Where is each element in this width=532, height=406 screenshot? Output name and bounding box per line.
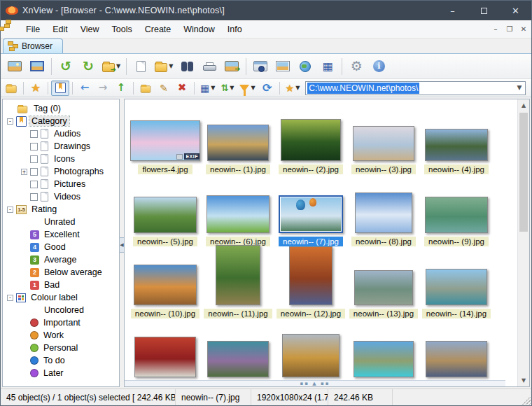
thumbnail-image[interactable]	[134, 337, 196, 377]
address-bar[interactable]: C:\www.NEOWIN.net\photos\ ▼	[305, 81, 526, 95]
minimize-button[interactable]: –	[437, 1, 468, 20]
category-checkbox[interactable]	[30, 155, 38, 163]
category-checkbox[interactable]	[30, 181, 38, 188]
menu-edit[interactable]: Edit	[46, 22, 74, 37]
collapse-icon[interactable]: -	[7, 118, 13, 125]
category-toggle[interactable]	[51, 80, 69, 96]
new-folder-button[interactable]	[136, 80, 155, 96]
resize-grip[interactable]	[522, 396, 531, 405]
print-button[interactable]	[198, 56, 220, 77]
category-checkbox[interactable]	[30, 130, 38, 138]
thumbnail-filename[interactable]: flowers-4.jpg	[138, 164, 192, 174]
address-dropdown-caret[interactable]: ▼	[514, 85, 525, 91]
category-checkbox[interactable]	[30, 143, 38, 150]
thumbnail-image[interactable]	[207, 125, 269, 161]
fullscreen-button[interactable]	[26, 56, 48, 77]
tree-item-rating[interactable]: -1-5Rating	[3, 203, 119, 216]
thumbnail-filename[interactable]: neowin-- (1).jpg	[206, 164, 270, 174]
thumbnail-filename[interactable]: neowin-- (3).jpg	[351, 164, 416, 174]
up-button[interactable]: ↑	[112, 80, 130, 96]
thumbnail[interactable]	[134, 337, 196, 377]
rename-button[interactable]: ✎	[155, 80, 173, 96]
settings-button[interactable]: ⚙	[345, 56, 368, 77]
maximize-button[interactable]	[468, 1, 500, 20]
thumbnail-image[interactable]	[425, 129, 488, 161]
open-with-button[interactable]: ▼	[152, 56, 176, 77]
convert-button[interactable]: ➜▼	[99, 56, 123, 77]
delete-button[interactable]: ✖	[173, 80, 191, 96]
tree-item-important[interactable]: Important	[3, 316, 119, 329]
favorites-toggle[interactable]: ★	[27, 80, 45, 96]
menu-window[interactable]: Window	[177, 22, 220, 37]
thumbnail-filename[interactable]: neowin-- (7).jpg	[279, 237, 343, 246]
search-button[interactable]	[176, 56, 198, 77]
tree-item-videos[interactable]: Videos	[3, 190, 119, 203]
thumbnail[interactable]	[207, 341, 269, 377]
thumbnail-image[interactable]	[282, 334, 340, 377]
thumbnail[interactable]	[289, 246, 332, 305]
thumbnail-filename[interactable]: neowin-- (10).jpg	[131, 309, 200, 318]
thumbnail-image[interactable]	[206, 195, 270, 233]
thumbnail-filename[interactable]: neowin-- (9).jpg	[424, 237, 489, 246]
thumbnail[interactable]	[354, 341, 414, 377]
thumbnail[interactable]	[207, 125, 269, 161]
thumbnail-image[interactable]	[354, 270, 413, 305]
info-button[interactable]: i	[368, 56, 390, 77]
view-image-button[interactable]	[4, 56, 26, 77]
tree-item-drawings[interactable]: Drawings	[3, 140, 119, 153]
properties-button[interactable]	[130, 56, 152, 77]
rating-button[interactable]: ★▼	[283, 80, 303, 96]
thumbnail-image[interactable]	[353, 126, 414, 161]
rotate-ccw-button[interactable]: ↺	[55, 56, 77, 77]
thumbnail[interactable]	[281, 119, 341, 161]
rotate-cw-button[interactable]: ↻	[77, 56, 99, 77]
menu-file[interactable]: File	[20, 22, 46, 37]
thumbnail[interactable]	[425, 129, 488, 161]
tree-item-category[interactable]: -Category	[3, 115, 119, 127]
menu-tools[interactable]: Tools	[106, 22, 139, 37]
contact-sheet-button[interactable]: ▦	[316, 56, 339, 77]
thumbnail-image[interactable]	[134, 197, 197, 233]
thumbnail-selected[interactable]	[279, 195, 343, 233]
scroll-down-arrow[interactable]: ▼	[518, 374, 529, 386]
vertical-scrollbar[interactable]: ▲ ▼	[517, 99, 529, 386]
thumbnail-image[interactable]	[281, 119, 341, 161]
thumbnail[interactable]	[426, 269, 487, 305]
tree-item-later[interactable]: Later	[3, 367, 119, 379]
scrollbar-track[interactable]	[518, 111, 529, 374]
thumbnail[interactable]	[353, 126, 414, 161]
tree-item-photographs[interactable]: +Photographs	[3, 165, 119, 178]
thumbnail-filename[interactable]: neowin-- (11).jpg	[204, 309, 272, 318]
tree-item-tag-0[interactable]: Tag (0)	[3, 102, 119, 115]
thumbnail-filename[interactable]: neowin-- (4).jpg	[424, 164, 489, 174]
tree-item-to-do[interactable]: To do	[3, 354, 119, 367]
thumbnail[interactable]	[134, 197, 197, 233]
close-button[interactable]: ✕	[500, 1, 531, 20]
capture-button[interactable]	[249, 56, 272, 77]
thumbnail[interactable]	[216, 245, 260, 305]
thumbnail[interactable]	[134, 265, 197, 305]
filter-button[interactable]: ▼	[237, 80, 258, 96]
tree-item-good[interactable]: 4Good	[3, 241, 119, 253]
thumbnail-image[interactable]	[207, 341, 269, 377]
thumbnail[interactable]: EXIF	[130, 120, 200, 161]
thumbnail-filename[interactable]: neowin-- (5).jpg	[133, 237, 197, 246]
thumbnail-image[interactable]	[355, 192, 412, 233]
tree-item-below-average[interactable]: 2Below average	[3, 266, 119, 279]
forward-button[interactable]: →	[94, 80, 112, 96]
tree-item-personal[interactable]: Personal	[3, 342, 119, 354]
thumbnail[interactable]	[426, 341, 487, 377]
collapse-icon[interactable]: -	[7, 295, 13, 301]
thumbnail[interactable]	[282, 334, 340, 377]
tree-item-work[interactable]: Work	[3, 329, 119, 342]
tree-item-unrated[interactable]: Unrated	[3, 216, 119, 228]
back-button[interactable]: ←	[76, 80, 94, 96]
tree-item-average[interactable]: 3Average	[3, 253, 119, 266]
mdi-minimize-button[interactable]: –	[489, 24, 502, 35]
thumbnail-image[interactable]	[425, 197, 488, 233]
tree-item-icons[interactable]: Icons	[3, 153, 119, 165]
collapse-icon[interactable]: -	[7, 206, 13, 213]
scroll-up-arrow[interactable]: ▲	[518, 99, 529, 111]
menu-view[interactable]: View	[74, 22, 106, 37]
web-page-button[interactable]	[294, 56, 316, 77]
